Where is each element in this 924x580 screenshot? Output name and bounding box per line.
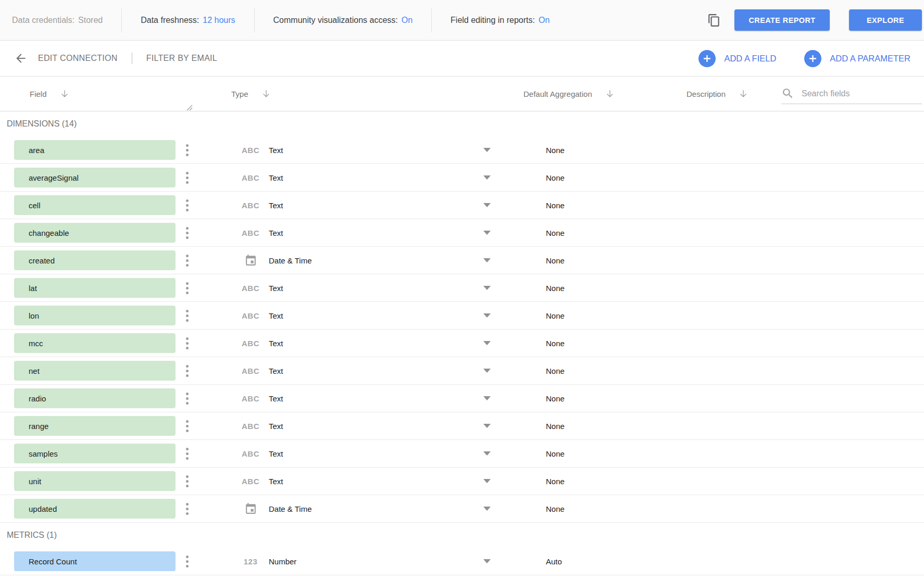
explore-button[interactable]: EXPLORE [849, 9, 922, 31]
field-chip[interactable]: net [14, 361, 176, 381]
search-fields-box [781, 83, 922, 104]
table-row: updatedDate & TimeNone [0, 495, 924, 523]
aggregation-value: None [546, 505, 565, 513]
field-chip[interactable]: radio [14, 388, 176, 408]
dropdown-arrow-icon [483, 203, 491, 207]
field-menu-icon[interactable] [185, 365, 189, 377]
type-select[interactable]: Text [269, 422, 491, 431]
field-chip[interactable]: Record Count [14, 551, 176, 571]
add-a-field-button[interactable]: ADD A FIELD [698, 50, 776, 67]
sort-description-icon[interactable] [738, 89, 748, 99]
field-list: DIMENSIONS (14)areaABCTextNoneaverageSig… [0, 111, 924, 575]
aggregation-value: None [546, 339, 565, 348]
status-data-credentials: Data credentials: Stored [12, 8, 122, 32]
field-column-label: Field [30, 90, 47, 98]
filter-by-email-link[interactable]: FILTER BY EMAIL [146, 54, 217, 63]
sort-aggregation-icon[interactable] [605, 89, 615, 99]
sort-type-icon[interactable] [261, 89, 271, 99]
field-editing-value[interactable]: On [539, 16, 550, 25]
field-menu-icon[interactable] [185, 172, 189, 184]
status-data-freshness: Data freshness: 12 hours [122, 8, 254, 32]
add-a-parameter-button[interactable]: ADD A PARAMETER [804, 50, 910, 67]
table-row: areaABCTextNone [0, 136, 924, 164]
type-label: Text [269, 311, 283, 320]
field-chip[interactable]: area [14, 140, 176, 160]
field-menu-icon[interactable] [185, 475, 189, 487]
abc-icon: ABC [239, 394, 263, 403]
table-row: rangeABCTextNone [0, 412, 924, 440]
field-chip[interactable]: updated [14, 499, 176, 519]
field-menu-icon[interactable] [185, 310, 189, 322]
field-column-header: Field [30, 89, 70, 99]
sort-field-icon[interactable] [59, 89, 70, 99]
type-select[interactable]: Number [269, 557, 491, 566]
edit-connection-link[interactable]: EDIT CONNECTION [38, 54, 118, 63]
field-chip[interactable]: changeable [14, 223, 176, 243]
copy-icon[interactable] [705, 11, 723, 29]
field-menu-icon[interactable] [185, 393, 189, 405]
type-select[interactable]: Date & Time [269, 256, 491, 265]
field-chip[interactable]: averageSignal [14, 168, 176, 187]
dropdown-arrow-icon [483, 231, 491, 235]
field-chip[interactable]: range [14, 416, 176, 436]
aggregation-value: None [546, 422, 565, 431]
type-select[interactable]: Text [269, 367, 491, 375]
aggregation-value: None [546, 311, 565, 320]
type-select[interactable]: Text [269, 394, 491, 403]
toolbar-right-actions: ADD A FIELD ADD A PARAMETER [698, 50, 910, 67]
dropdown-arrow-icon [483, 175, 491, 180]
field-menu-icon[interactable] [185, 420, 189, 432]
back-arrow-icon[interactable] [14, 52, 28, 65]
type-select[interactable]: Text [269, 449, 491, 458]
field-menu-icon[interactable] [185, 556, 189, 568]
field-menu-icon[interactable] [185, 227, 189, 239]
field-menu-icon[interactable] [185, 503, 189, 515]
field-menu-icon[interactable] [185, 144, 189, 156]
field-chip[interactable]: created [14, 250, 176, 270]
section-title: METRICS (1) [0, 523, 924, 548]
abc-icon: ABC [239, 173, 263, 182]
type-select[interactable]: Date & Time [269, 505, 491, 513]
field-menu-icon[interactable] [185, 337, 189, 349]
type-select[interactable]: Text [269, 339, 491, 348]
type-label: Text [269, 367, 283, 375]
community-viz-value[interactable]: On [402, 16, 413, 25]
data-freshness-value[interactable]: 12 hours [203, 16, 235, 25]
abc-icon: ABC [239, 311, 263, 320]
field-menu-icon[interactable] [185, 448, 189, 460]
search-input[interactable] [802, 89, 922, 98]
type-select[interactable]: Text [269, 201, 491, 210]
aggregation-value: None [546, 477, 565, 486]
field-chip[interactable]: lon [14, 306, 176, 325]
table-row: lonABCTextNone [0, 302, 924, 330]
type-select[interactable]: Text [269, 229, 491, 237]
type-label: Text [269, 394, 283, 403]
type-select[interactable]: Text [269, 146, 491, 155]
dropdown-arrow-icon [483, 286, 491, 290]
field-menu-icon[interactable] [185, 282, 189, 294]
field-column-resize-handle[interactable] [186, 104, 193, 112]
type-select[interactable]: Text [269, 477, 491, 486]
field-chip[interactable]: lat [14, 278, 176, 298]
field-chip[interactable]: mcc [14, 333, 176, 353]
field-menu-icon[interactable] [185, 255, 189, 267]
field-menu-icon[interactable] [185, 199, 189, 211]
field-chip[interactable]: unit [14, 471, 176, 491]
type-label: Text [269, 449, 283, 458]
dropdown-arrow-icon [483, 369, 491, 373]
aggregation-value: Auto [546, 557, 562, 566]
type-select[interactable]: Text [269, 311, 491, 320]
field-chip[interactable]: cell [14, 195, 176, 215]
aggregation-column-label: Default Aggregation [523, 90, 592, 98]
table-row: radioABCTextNone [0, 385, 924, 412]
type-select[interactable]: Text [269, 284, 491, 293]
table-row: Record Count123NumberAuto [0, 548, 924, 575]
abc-icon: ABC [239, 449, 263, 458]
create-report-button[interactable]: CREATE REPORT [734, 9, 830, 31]
type-select[interactable]: Text [269, 173, 491, 182]
data-credentials-value[interactable]: Stored [78, 16, 103, 25]
dropdown-arrow-icon [483, 559, 491, 563]
dropdown-arrow-icon [483, 396, 491, 400]
field-chip[interactable]: samples [14, 444, 176, 463]
search-icon [781, 87, 794, 100]
